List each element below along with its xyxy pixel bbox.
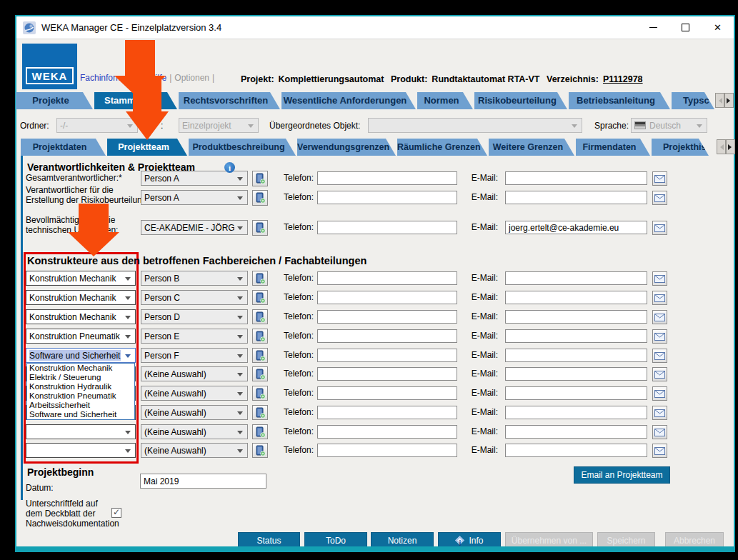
telefon-input[interactable] [317,349,457,362]
signature-checkbox[interactable] [111,508,121,518]
subtab-scroll-right-button[interactable] [726,139,735,154]
send-email-button[interactable] [652,291,667,305]
send-email-button[interactable] [652,329,667,344]
fachbereich-select-open[interactable]: Software und Sicherheit [26,348,136,363]
tab-wesentliche-anforderungen[interactable]: Wesentliche Anforderungen [281,92,416,109]
hilfe-link[interactable]: Hilfe [149,73,166,83]
tab-scroll-left-button[interactable] [715,93,724,108]
person-select[interactable]: Person A [141,190,248,205]
person-select[interactable]: CE-AKADEMIE - JÖRG ERTE [141,220,248,235]
add-contact-button[interactable] [252,309,268,324]
telefon-input[interactable] [317,271,457,285]
subtab-firmendaten[interactable]: Firmendaten [576,139,650,156]
add-contact-button[interactable] [252,424,268,439]
person-select[interactable]: Person A [141,171,248,186]
person-select[interactable]: (Keine Auswahl) [141,443,248,458]
telefon-input[interactable] [317,171,457,185]
send-email-button[interactable] [652,271,667,286]
tab-typschilder[interactable]: Typsc [672,92,714,109]
add-contact-button[interactable] [252,348,268,363]
dropdown-option[interactable]: Arbeitssicherheit [27,401,134,410]
telefon-input[interactable] [317,386,457,400]
telefon-input[interactable] [317,221,457,234]
add-contact-button[interactable] [252,405,268,420]
telefon-input[interactable] [317,425,457,439]
fachbereich-select[interactable]: Konstruktion Mechanik [26,271,136,286]
email-projektteam-button[interactable]: Email an Projektteam [574,466,670,484]
telefon-input[interactable] [317,310,457,324]
send-email-button[interactable] [652,425,667,439]
send-email-button[interactable] [652,191,667,205]
dropdown-option[interactable]: Konstruktion Mechanik [27,364,134,373]
telefon-input[interactable] [317,329,457,343]
send-email-button[interactable] [652,386,667,401]
email-input[interactable] [505,221,647,234]
telefon-input[interactable] [317,444,457,457]
subtab-projekthistorie[interactable]: Projekthis [652,139,709,156]
add-contact-button[interactable] [252,290,268,305]
send-email-button[interactable] [652,221,667,235]
email-input[interactable] [505,444,647,457]
email-input[interactable] [505,271,647,285]
tab-scroll-right-button[interactable] [724,93,734,108]
fachbereich-select[interactable] [26,443,136,458]
person-select[interactable]: Person C [141,290,248,305]
add-contact-button[interactable] [252,171,268,186]
subtab-raeumliche-grenzen[interactable]: Räumliche Grenzen [397,139,487,156]
send-email-button[interactable] [652,367,667,381]
tab-rechtsvorschriften[interactable]: Rechtsvorschriften [179,92,280,109]
fachbereich-select[interactable] [26,424,136,439]
directory-link[interactable]: P1112978 [603,74,643,84]
subtab-scroll-left-button[interactable] [717,139,726,154]
dropdown-option[interactable]: Konstruktion Hydraulik [27,382,134,391]
add-contact-button[interactable] [252,386,268,401]
email-input[interactable] [505,329,647,343]
tab-betriebsanleitung[interactable]: Betriebsanleitung [569,92,670,109]
tab-stammdaten[interactable]: Stammdaten [94,92,177,109]
person-select[interactable]: (Keine Auswahl) [141,424,248,439]
minimize-button[interactable] [637,16,669,39]
fachbereich-select[interactable]: Konstruktion Mechanik [26,309,136,324]
person-select[interactable]: (Keine Auswahl) [141,386,248,401]
subtab-projektdaten[interactable]: Projektdaten [21,139,106,156]
email-input[interactable] [505,425,647,439]
add-contact-button[interactable] [252,220,268,236]
send-email-button[interactable] [652,406,667,420]
person-select[interactable]: Person D [141,309,248,324]
subtab-weitere-grenzen[interactable]: Weitere Grenzen [489,139,574,156]
fachbereich-select[interactable]: Konstruktion Mechanik [26,290,136,305]
person-select[interactable]: Person B [141,271,248,286]
telefon-input[interactable] [317,367,457,381]
person-select[interactable]: Person E [141,329,248,344]
send-email-button[interactable] [652,171,667,186]
add-contact-button[interactable] [252,443,268,458]
close-button[interactable] [702,16,734,39]
person-select[interactable]: (Keine Auswahl) [141,405,248,420]
tab-normen[interactable]: Normen [417,92,473,109]
email-input[interactable] [505,349,647,362]
fachbereich-select[interactable]: Konstruktion Pneumatik [26,329,136,344]
email-input[interactable] [505,191,647,204]
email-input[interactable] [505,171,647,185]
send-email-button[interactable] [652,444,667,458]
email-input[interactable] [505,367,647,381]
email-input[interactable] [505,291,647,304]
add-contact-button[interactable] [252,366,268,381]
telefon-input[interactable] [317,291,457,304]
send-email-button[interactable] [652,349,667,363]
tab-risikobeurteilung[interactable]: Risikobeurteilung [474,92,567,109]
telefon-input[interactable] [317,191,457,204]
person-select[interactable]: Person F [141,348,248,363]
email-input[interactable] [505,310,647,324]
email-input[interactable] [505,406,647,419]
email-input[interactable] [505,386,647,400]
optionen-link[interactable]: Optionen [174,73,209,83]
add-contact-button[interactable] [252,271,268,286]
dropdown-option[interactable]: Elektrik / Steuerung [27,373,134,382]
send-email-button[interactable] [652,310,667,324]
ordner-select[interactable]: -/- [56,118,138,133]
sprache-select[interactable]: Deutsch [631,118,707,133]
tab-projekte[interactable]: Projekte [16,92,93,109]
subtab-projektteam[interactable]: Projektteam [107,139,187,156]
subtab-verwendungsgrenzen[interactable]: Verwendungsgrenzen [297,139,396,156]
